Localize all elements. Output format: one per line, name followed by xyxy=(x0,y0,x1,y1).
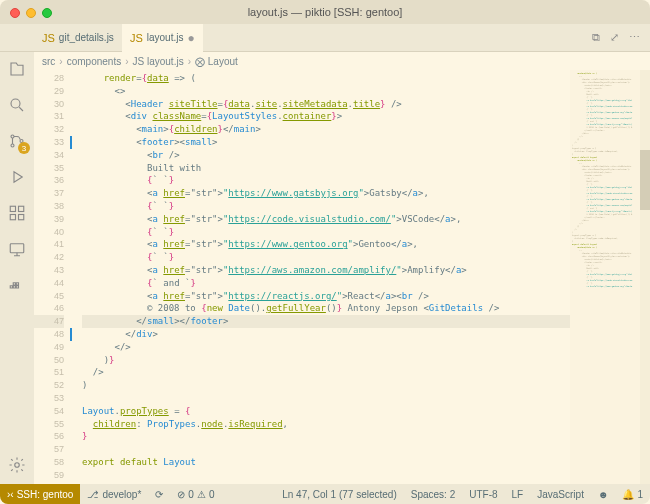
editor: src› components› JS layout.js› ⨂ Layout … xyxy=(34,52,650,484)
svg-point-0 xyxy=(11,99,20,108)
status-bar: ›‹ SSH: gentoo ⎇ develop* ⟳ ⊘ 0 ⚠ 0 Ln 4… xyxy=(0,484,650,504)
window-title: layout.js — piktio [SSH: gentoo] xyxy=(248,6,403,18)
more-actions-icon[interactable]: ⋯ xyxy=(629,31,640,44)
svg-rect-4 xyxy=(10,206,15,211)
zoom-window[interactable] xyxy=(42,8,52,18)
extensions-icon[interactable] xyxy=(6,202,28,224)
indent-status[interactable]: Spaces: 2 xyxy=(404,484,462,504)
git-branch-status[interactable]: ⎇ develop* xyxy=(80,484,148,504)
remote-icon[interactable] xyxy=(6,238,28,260)
notifications-icon[interactable]: 🔔 1 xyxy=(615,484,650,504)
activity-bar: 3 xyxy=(0,52,34,484)
editor-actions: ⧉ ⤢ ⋯ xyxy=(592,31,650,44)
split-editor-icon[interactable]: ⧉ xyxy=(592,31,600,44)
remote-status[interactable]: ›‹ SSH: gentoo xyxy=(0,484,80,504)
minimize-window[interactable] xyxy=(26,8,36,18)
svg-point-1 xyxy=(11,135,14,138)
encoding-status[interactable]: UTF-8 xyxy=(462,484,504,504)
search-icon[interactable] xyxy=(6,94,28,116)
window-controls[interactable] xyxy=(10,8,52,18)
js-file-icon: JS xyxy=(130,32,143,44)
breadcrumb[interactable]: src› components› JS layout.js› ⨂ Layout xyxy=(34,52,650,70)
js-file-icon: JS xyxy=(42,32,55,44)
line-gutter[interactable]: 2829303132333435363738394041424344454647… xyxy=(34,70,70,484)
svg-rect-5 xyxy=(19,206,24,211)
diff-icon[interactable]: ⤢ xyxy=(610,31,619,44)
title-bar: layout.js — piktio [SSH: gentoo] xyxy=(0,0,650,24)
svg-point-9 xyxy=(15,463,20,468)
eol-status[interactable]: LF xyxy=(505,484,531,504)
settings-gear-icon[interactable] xyxy=(6,454,28,476)
problems-status[interactable]: ⊘ 0 ⚠ 0 xyxy=(170,484,221,504)
git-marks xyxy=(70,70,82,484)
tab-label: git_details.js xyxy=(59,32,114,43)
close-window[interactable] xyxy=(10,8,20,18)
docker-icon[interactable] xyxy=(6,274,28,296)
tab-label: layout.js xyxy=(147,32,184,43)
minimap[interactable]: render={data => ( <> <Header siteTitle={… xyxy=(570,70,640,484)
tabs: JS git_details.js JS layout.js ● xyxy=(34,24,592,52)
svg-rect-6 xyxy=(10,215,15,220)
scm-badge: 3 xyxy=(18,142,30,154)
explorer-icon[interactable] xyxy=(6,58,28,80)
debug-icon[interactable] xyxy=(6,166,28,188)
svg-point-2 xyxy=(11,144,14,147)
tab-dirty-icon[interactable]: ● xyxy=(187,31,194,45)
code-area[interactable]: render={data => ( <> <Header siteTitle={… xyxy=(82,70,570,484)
scrollbar[interactable] xyxy=(640,70,650,484)
source-control-icon[interactable]: 3 xyxy=(6,130,28,152)
svg-rect-7 xyxy=(19,215,24,220)
language-status[interactable]: JavaScript xyxy=(530,484,591,504)
feedback-icon[interactable]: ☻ xyxy=(591,484,616,504)
sync-status[interactable]: ⟳ xyxy=(148,484,170,504)
svg-rect-8 xyxy=(10,244,24,253)
selection-status[interactable]: Ln 47, Col 1 (77 selected) xyxy=(275,484,404,504)
tab-layout[interactable]: JS layout.js ● xyxy=(122,24,203,52)
tab-bar: JS git_details.js JS layout.js ● ⧉ ⤢ ⋯ xyxy=(0,24,650,52)
tab-git-details[interactable]: JS git_details.js xyxy=(34,24,122,52)
